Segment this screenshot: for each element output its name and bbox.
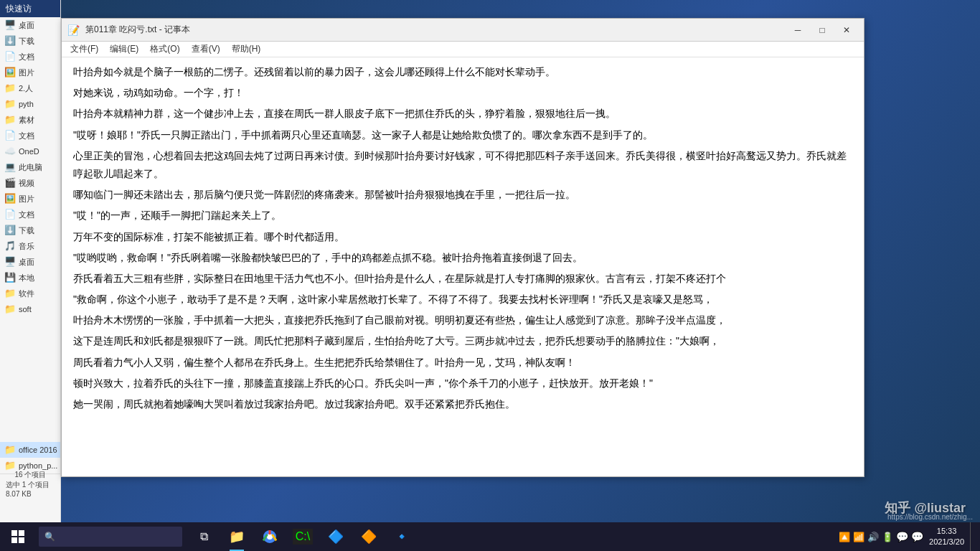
menu-view[interactable]: 查看(V) [186, 42, 226, 57]
sidebar-item-desktop2[interactable]: 🖥️ 桌面 [0, 254, 60, 270]
sidebar-header-label: 快速访 [6, 3, 32, 15]
sidebar-item-label: 素材 [19, 115, 34, 126]
notepad-app-icon: 📝 [67, 24, 80, 36]
sidebar-item-documents[interactable]: 📄 文档 [0, 49, 60, 65]
sidebar-item-label: 文档 [19, 209, 34, 220]
content-paragraph: 心里正美的冒泡，心想着回去把这鸡回去炖了过两日再来讨债。到时候那叶抬舟要讨好钱家… [73, 147, 852, 183]
picture-icon: 🖼️ [4, 67, 16, 78]
sidebar-item-onedrive[interactable]: ☁️ OneD [0, 143, 60, 159]
sidebar-item-label: 图片 [19, 67, 34, 78]
sidebar-item-python[interactable]: 📁 pyth [0, 96, 60, 112]
image-icon: 🖼️ [4, 193, 16, 204]
sidebar-item-dl2[interactable]: ⬇️ 下载 [0, 222, 60, 238]
sidebar-item-label: OneD [19, 147, 39, 156]
content-paragraph: 万年不变的国际标准，打架不能被抓正着。哪个时代都适用。 [73, 228, 852, 246]
desktop: 快速访 🖥️ 桌面 ⬇️ 下载 📄 文档 🖼️ 图片 📁 2.人 📁 pyth … [0, 0, 980, 551]
close-button[interactable]: ✕ [835, 23, 858, 37]
taskview-icon: ⧉ [200, 530, 208, 543]
sidebar-item-label: python_p... [19, 461, 57, 470]
maximize-button[interactable]: □ [811, 23, 834, 37]
selected-info: 选中 1 个项目 8.07 KB [6, 480, 55, 498]
sidebar-item-textfile[interactable]: 📄 文档 [0, 128, 60, 143]
content-paragraph: 叶抬舟如今就是个脑子一根筋的二愣子。还残留着以前的暴力因子，这会儿哪还顾得上什么… [73, 63, 852, 81]
sidebar-item-label: 软件 [19, 288, 34, 299]
sidebar-item-pictures[interactable]: 🖼️ 图片 [0, 65, 60, 80]
folder-icon3: 📁 [4, 114, 16, 126]
tray-icon-1[interactable]: 🔼 [839, 531, 850, 542]
content-paragraph: "哎！"的一声，还顺手一脚把门踹起来关上了。 [73, 207, 852, 225]
system-icons: 🔼 📶 🔊 🔋 💬 💬 [839, 531, 923, 542]
notepad-content-area[interactable]: 叶抬舟如今就是个脑子一根筋的二愣子。还残留着以前的暴力因子，这会儿哪还顾得上什么… [62, 57, 864, 476]
folder-icon: 📁 [4, 83, 16, 94]
sidebar-item-materials[interactable]: 📁 素材 [0, 112, 60, 128]
sidebar-item-music[interactable]: 🎵 音乐 [0, 238, 60, 254]
sidebar-item-images[interactable]: 🖼️ 图片 [0, 191, 60, 207]
music-icon: 🎵 [4, 240, 16, 252]
menu-help[interactable]: 帮助(H) [226, 42, 267, 57]
taskbar-search[interactable]: 🔍 [39, 527, 182, 547]
notepad-titlebar: 📝 第011章 吃闷亏.txt - 记事本 ─ □ ✕ [62, 19, 864, 42]
sidebar-item-label: 文档 [19, 52, 34, 62]
taskbar-app-taskview[interactable]: ⧉ [188, 522, 220, 551]
menu-file[interactable]: 文件(F) [65, 42, 104, 57]
im-icon[interactable]: 💬 [911, 531, 923, 542]
sidebar-item-textfile2[interactable]: 📄 文档 [0, 207, 60, 222]
terminal-icon: C:\ [293, 529, 313, 545]
sidebar-item-label: 下载 [19, 36, 34, 47]
taskbar-system-tray: 🔼 📶 🔊 🔋 💬 💬 15:33 2021/3/20 [839, 522, 980, 551]
sidebar-item-label: 音乐 [19, 241, 34, 252]
sidebar-item-thispc[interactable]: 💻 此电脑 [0, 159, 60, 175]
sidebar-item-software[interactable]: 📁 软件 [0, 286, 60, 301]
menu-edit[interactable]: 编辑(E) [104, 42, 144, 57]
taskbar-clock[interactable]: 15:33 2021/3/20 [929, 526, 964, 548]
taskbar-app-extra2[interactable]: 🔹 [386, 522, 418, 551]
sidebar-item-folder2[interactable]: 📁 2.人 [0, 80, 60, 96]
minimize-button[interactable]: ─ [786, 23, 809, 37]
content-paragraph: 叶抬舟木木愣愣的一张脸，手中抓着一大把头，直接把乔氏拖到了自己眼前对视。明明初夏… [73, 311, 852, 329]
vscode-icon: 🔷 [328, 529, 344, 545]
desktop2-icon: 🖥️ [4, 256, 16, 268]
content-paragraph: 乔氏看着五大三粗有些胖，实际整日在田地里干活力气也不小。但叶抬舟是什么人，在星际… [73, 270, 852, 288]
download-icon: ⬇️ [4, 35, 16, 47]
content-paragraph: 周氏看着力气小人又弱，偏生整个人都吊在乔氏身上。生生把把乔氏给禁锢住了。叶抬舟一… [73, 354, 852, 372]
taskbar-apps: ⧉ 📁 C:\ 🔷 🔶 [188, 522, 418, 551]
extra2-icon: 🔹 [394, 529, 410, 545]
windows-icon [11, 530, 24, 543]
sidebar-item-label: pyth [19, 100, 34, 108]
office-icon: 📁 [4, 444, 16, 456]
sidebar-item-video[interactable]: 🎬 视频 [0, 175, 60, 191]
sidebar-item-label: office 2016 [19, 446, 57, 454]
menu-format[interactable]: 格式(O) [144, 42, 185, 57]
folder-icon2: 📁 [4, 98, 16, 110]
taskbar-app-chrome[interactable] [254, 522, 286, 551]
sidebar-item-office2016[interactable]: 📁 office 2016 [0, 442, 61, 458]
wechat-icon[interactable]: 💬 [896, 531, 908, 542]
content-paragraph: "哎哟哎哟，救命啊！"乔氏咧着嘴一张脸都快皱巴巴的了，手中的鸡都差点抓不稳。被叶… [73, 249, 852, 267]
sidebar-item-desktop[interactable]: 🖥️ 桌面 [0, 17, 60, 33]
taskbar-app-vscode[interactable]: 🔷 [320, 522, 352, 551]
items-count: 16 个项目 [15, 470, 47, 480]
content-paragraph: 顿时兴致大，拉着乔氏的头往下一撞，那膝盖直接踹上乔氏的心口。乔氏尖叫一声，"你个… [73, 375, 852, 392]
notepad-window: 📝 第011章 吃闷亏.txt - 记事本 ─ □ ✕ 文件(F) 编辑(E) … [61, 18, 864, 477]
network-icon[interactable]: 📶 [853, 531, 864, 542]
file-explorer-statusbar: 16 个项目 选中 1 个项目 8.07 KB [0, 474, 61, 494]
sidebar-item-downloads[interactable]: ⬇️ 下载 [0, 33, 60, 49]
volume-icon[interactable]: 🔊 [867, 531, 879, 542]
doc-icon: 📄 [4, 130, 16, 141]
extra1-icon: 🔶 [361, 529, 377, 545]
sidebar-item-local[interactable]: 💾 本地 [0, 270, 60, 286]
taskbar-app-explorer[interactable]: 📁 [221, 522, 253, 551]
clock-time: 15:33 [929, 526, 964, 537]
sidebar-header: 快速访 [0, 0, 60, 17]
content-paragraph: 对她来说，动鸡如动命。一个字，打！ [73, 84, 852, 102]
taskbar: 🔍 ⧉ 📁 C:\ 🔷 [0, 522, 980, 551]
sidebar-item-label: 文档 [19, 131, 34, 141]
taskbar-app-extra1[interactable]: 🔶 [353, 522, 385, 551]
sidebar-item-softg[interactable]: 📁 soft [0, 301, 60, 317]
taskbar-app-terminal[interactable]: C:\ [287, 522, 319, 551]
start-button[interactable] [0, 522, 36, 551]
show-desktop-button[interactable] [970, 522, 974, 551]
file-explorer-sidebar: 快速访 🖥️ 桌面 ⬇️ 下载 📄 文档 🖼️ 图片 📁 2.人 📁 pyth … [0, 0, 61, 522]
battery-icon: 🔋 [882, 531, 893, 542]
content-paragraph: 叶抬舟本就精神力群，这一个健步冲上去，直接在周氏一群人眼皮子底下一把抓住乔氏的头… [73, 105, 852, 123]
